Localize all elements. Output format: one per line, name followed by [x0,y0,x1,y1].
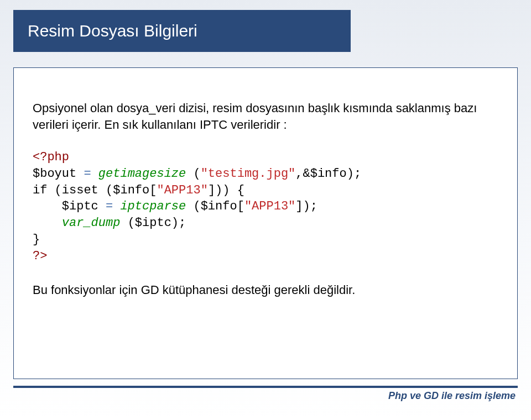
code-var: $iptc [62,200,106,213]
php-open-tag: <?php [33,150,69,164]
code-brace: } [33,233,40,246]
code-text: ]); [295,200,317,213]
intro-paragraph: Opsiyonel olan dosya_veri dizisi, resim … [33,100,498,133]
code-op: = [84,167,98,181]
code-string: "testimg.jpg" [201,167,296,181]
code-fn: getimagesize [98,167,194,181]
code-fn: var_dump [62,216,128,230]
footer-text: Php ve GD ile resim işleme [388,390,516,402]
code-text: (isset ($info[ [55,183,157,197]
slide: Resim Dosyası Bilgileri Opsiyonel olan d… [0,0,531,420]
slide-title: Resim Dosyası Bilgileri [28,22,197,40]
php-close-tag: ?> [33,249,47,263]
footer: Php ve GD ile resim işleme [13,386,518,406]
code-if: if [33,183,55,197]
outro-paragraph: Bu fonksiyonlar için GD kütüphanesi dest… [33,282,498,298]
code-op: = [106,200,120,213]
code-text: ])) { [208,183,244,197]
code-text: ( [193,167,200,181]
footer-rule [13,386,518,388]
code-text: ($info[ [193,200,244,213]
code-text: ($iptc); [128,216,186,230]
title-bar: Resim Dosyası Bilgileri [13,10,351,52]
code-string: "APP13" [157,183,207,197]
code-text: ,&$info); [295,167,361,181]
code-var: $boyut [33,167,84,181]
content-box: Opsiyonel olan dosya_veri dizisi, resim … [13,67,518,379]
code-block: <?php $boyut = getimagesize ("testimg.jp… [33,149,498,264]
code-string: "APP13" [244,200,295,213]
code-fn: iptcparse [120,200,193,213]
